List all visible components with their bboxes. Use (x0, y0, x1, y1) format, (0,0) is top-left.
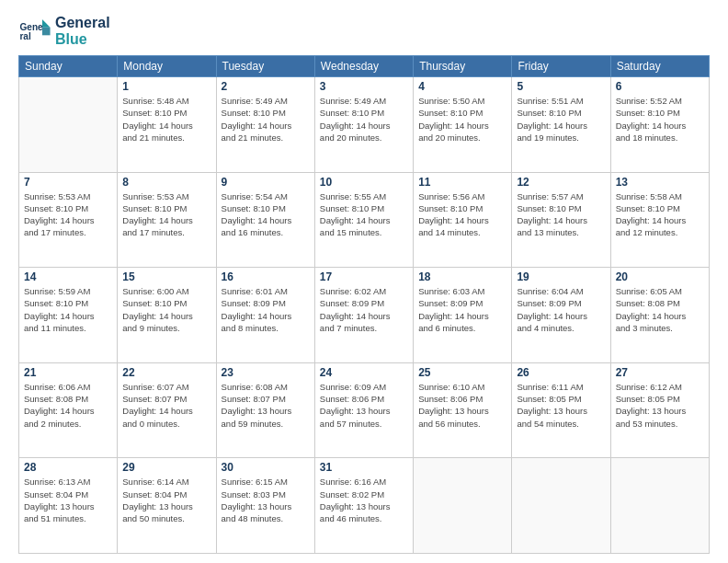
day-info: Sunrise: 5:52 AM Sunset: 8:10 PM Dayligh… (616, 95, 704, 144)
logo: Gene ral General Blue (18, 15, 110, 48)
day-number: 29 (122, 461, 210, 474)
day-number: 30 (222, 461, 310, 474)
header: Gene ral General Blue (18, 15, 710, 48)
day-number: 12 (517, 176, 605, 189)
day-info: Sunrise: 6:00 AM Sunset: 8:10 PM Dayligh… (122, 285, 210, 334)
calendar-week-row: 21Sunrise: 6:06 AM Sunset: 8:08 PM Dayli… (19, 362, 710, 458)
weekday-header: Friday (512, 56, 610, 77)
svg-marker-3 (42, 28, 51, 36)
day-number: 18 (418, 270, 506, 283)
day-info: Sunrise: 6:16 AM Sunset: 8:02 PM Dayligh… (320, 476, 408, 524)
day-info: Sunrise: 5:55 AM Sunset: 8:10 PM Dayligh… (320, 190, 408, 239)
day-number: 11 (418, 176, 506, 189)
day-number: 31 (320, 461, 408, 474)
calendar-cell: 3Sunrise: 5:49 AM Sunset: 8:10 PM Daylig… (314, 77, 413, 173)
day-info: Sunrise: 6:10 AM Sunset: 8:06 PM Dayligh… (418, 381, 506, 430)
calendar-cell: 29Sunrise: 6:14 AM Sunset: 8:04 PM Dayli… (118, 458, 216, 554)
day-number: 22 (122, 366, 210, 379)
calendar-header-row: SundayMondayTuesdayWednesdayThursdayFrid… (19, 56, 710, 77)
svg-text:ral: ral (19, 31, 31, 41)
day-number: 26 (517, 366, 605, 379)
day-info: Sunrise: 6:08 AM Sunset: 8:07 PM Dayligh… (222, 381, 310, 430)
day-info: Sunrise: 6:09 AM Sunset: 8:06 PM Dayligh… (320, 381, 408, 430)
day-info: Sunrise: 6:07 AM Sunset: 8:07 PM Dayligh… (122, 381, 210, 430)
calendar-week-row: 7Sunrise: 5:53 AM Sunset: 8:10 PM Daylig… (19, 172, 710, 268)
day-number: 7 (24, 176, 112, 189)
day-number: 9 (222, 176, 310, 189)
day-number: 8 (122, 176, 210, 189)
day-number: 14 (24, 270, 112, 283)
day-number: 17 (320, 270, 408, 283)
day-number: 13 (616, 176, 704, 189)
day-info: Sunrise: 5:49 AM Sunset: 8:10 PM Dayligh… (320, 95, 408, 144)
calendar-cell: 4Sunrise: 5:50 AM Sunset: 8:10 PM Daylig… (414, 77, 512, 173)
day-number: 3 (320, 80, 408, 93)
calendar-cell: 14Sunrise: 5:59 AM Sunset: 8:10 PM Dayli… (19, 268, 118, 363)
day-info: Sunrise: 5:49 AM Sunset: 8:10 PM Dayligh… (222, 95, 310, 144)
day-info: Sunrise: 5:56 AM Sunset: 8:10 PM Dayligh… (418, 190, 506, 239)
day-info: Sunrise: 6:02 AM Sunset: 8:09 PM Dayligh… (320, 285, 408, 334)
calendar-cell: 7Sunrise: 5:53 AM Sunset: 8:10 PM Daylig… (19, 172, 118, 268)
calendar-cell: 10Sunrise: 5:55 AM Sunset: 8:10 PM Dayli… (314, 172, 413, 268)
calendar-cell: 15Sunrise: 6:00 AM Sunset: 8:10 PM Dayli… (118, 268, 216, 363)
day-number: 23 (222, 366, 310, 379)
day-info: Sunrise: 5:48 AM Sunset: 8:10 PM Dayligh… (122, 95, 210, 144)
day-number: 28 (24, 461, 112, 474)
calendar-cell: 18Sunrise: 6:03 AM Sunset: 8:09 PM Dayli… (414, 268, 512, 363)
day-number: 6 (616, 80, 704, 93)
day-info: Sunrise: 6:04 AM Sunset: 8:09 PM Dayligh… (517, 285, 605, 334)
day-info: Sunrise: 6:05 AM Sunset: 8:08 PM Dayligh… (616, 285, 704, 334)
calendar-cell: 11Sunrise: 5:56 AM Sunset: 8:10 PM Dayli… (414, 172, 512, 268)
day-info: Sunrise: 6:14 AM Sunset: 8:04 PM Dayligh… (122, 476, 210, 524)
calendar-cell (19, 77, 118, 173)
day-info: Sunrise: 5:57 AM Sunset: 8:10 PM Dayligh… (517, 190, 605, 239)
day-info: Sunrise: 6:13 AM Sunset: 8:04 PM Dayligh… (24, 476, 112, 524)
day-info: Sunrise: 5:53 AM Sunset: 8:10 PM Dayligh… (122, 190, 210, 239)
calendar-cell (414, 458, 512, 554)
day-number: 19 (517, 270, 605, 283)
day-info: Sunrise: 6:15 AM Sunset: 8:03 PM Dayligh… (222, 476, 310, 524)
weekday-header: Monday (118, 56, 216, 77)
day-number: 20 (616, 270, 704, 283)
day-info: Sunrise: 6:03 AM Sunset: 8:09 PM Dayligh… (418, 285, 506, 334)
calendar-cell: 8Sunrise: 5:53 AM Sunset: 8:10 PM Daylig… (118, 172, 216, 268)
day-number: 15 (122, 270, 210, 283)
day-number: 16 (222, 270, 310, 283)
svg-marker-2 (42, 19, 51, 28)
day-info: Sunrise: 5:58 AM Sunset: 8:10 PM Dayligh… (616, 190, 704, 239)
day-number: 2 (222, 80, 310, 93)
day-info: Sunrise: 6:12 AM Sunset: 8:05 PM Dayligh… (616, 381, 704, 430)
calendar-week-row: 1Sunrise: 5:48 AM Sunset: 8:10 PM Daylig… (19, 77, 710, 173)
day-info: Sunrise: 5:51 AM Sunset: 8:10 PM Dayligh… (517, 95, 605, 144)
calendar-cell: 21Sunrise: 6:06 AM Sunset: 8:08 PM Dayli… (19, 362, 118, 458)
day-number: 10 (320, 176, 408, 189)
calendar-cell: 26Sunrise: 6:11 AM Sunset: 8:05 PM Dayli… (512, 362, 610, 458)
calendar-cell: 19Sunrise: 6:04 AM Sunset: 8:09 PM Dayli… (512, 268, 610, 363)
day-info: Sunrise: 6:01 AM Sunset: 8:09 PM Dayligh… (222, 285, 310, 334)
calendar-cell: 12Sunrise: 5:57 AM Sunset: 8:10 PM Dayli… (512, 172, 610, 268)
calendar-table: SundayMondayTuesdayWednesdayThursdayFrid… (18, 55, 710, 554)
weekday-header: Thursday (414, 56, 512, 77)
logo-wordmark: General Blue (55, 15, 110, 47)
day-number: 24 (320, 366, 408, 379)
day-number: 21 (24, 366, 112, 379)
day-info: Sunrise: 6:06 AM Sunset: 8:08 PM Dayligh… (24, 381, 112, 430)
calendar-cell: 5Sunrise: 5:51 AM Sunset: 8:10 PM Daylig… (512, 77, 610, 173)
day-info: Sunrise: 5:59 AM Sunset: 8:10 PM Dayligh… (24, 285, 112, 334)
weekday-header: Tuesday (216, 56, 314, 77)
calendar-cell: 2Sunrise: 5:49 AM Sunset: 8:10 PM Daylig… (216, 77, 314, 173)
day-number: 1 (122, 80, 210, 93)
calendar-cell: 24Sunrise: 6:09 AM Sunset: 8:06 PM Dayli… (314, 362, 413, 458)
calendar-cell: 1Sunrise: 5:48 AM Sunset: 8:10 PM Daylig… (118, 77, 216, 173)
weekday-header: Saturday (610, 56, 709, 77)
calendar-week-row: 28Sunrise: 6:13 AM Sunset: 8:04 PM Dayli… (19, 458, 710, 554)
calendar-cell: 25Sunrise: 6:10 AM Sunset: 8:06 PM Dayli… (414, 362, 512, 458)
calendar-cell: 30Sunrise: 6:15 AM Sunset: 8:03 PM Dayli… (216, 458, 314, 554)
day-info: Sunrise: 5:53 AM Sunset: 8:10 PM Dayligh… (24, 190, 112, 239)
calendar-cell: 23Sunrise: 6:08 AM Sunset: 8:07 PM Dayli… (216, 362, 314, 458)
calendar-cell: 31Sunrise: 6:16 AM Sunset: 8:02 PM Dayli… (314, 458, 413, 554)
day-number: 5 (517, 80, 605, 93)
calendar-cell: 13Sunrise: 5:58 AM Sunset: 8:10 PM Dayli… (610, 172, 709, 268)
calendar-cell (512, 458, 610, 554)
day-info: Sunrise: 5:50 AM Sunset: 8:10 PM Dayligh… (418, 95, 506, 144)
